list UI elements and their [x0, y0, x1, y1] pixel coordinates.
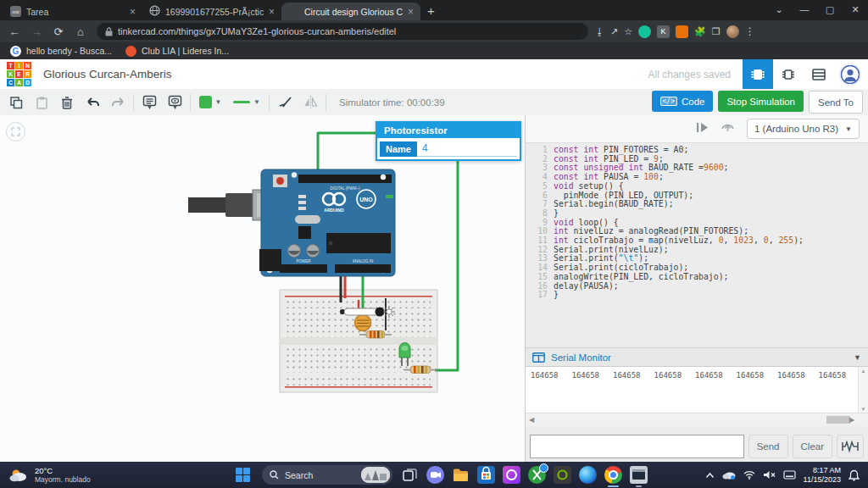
scroll-down-icon[interactable]: ▼ — [861, 407, 866, 412]
schematic-view-button[interactable] — [773, 59, 804, 89]
horizontal-scrollbar[interactable]: ◀ ▶ — [526, 413, 868, 426]
file-explorer-button[interactable] — [452, 466, 470, 484]
grammarly-extension-icon[interactable] — [638, 25, 651, 38]
debugger-icon[interactable] — [696, 121, 709, 136]
bookmark-label: hello bendy - Busca... — [26, 46, 112, 56]
vertical-scrollbar[interactable]: ▲ ▼ — [858, 367, 868, 413]
task-view-button[interactable] — [401, 466, 419, 484]
address-bar[interactable]: tinkercad.com/things/gx7UMaY3Ze1-gloriou… — [97, 23, 588, 40]
window-maximize-icon[interactable]: ▢ — [817, 0, 843, 20]
arduino-uno-board[interactable]: DIGITAL (PWM~) ARDUINO UNO — [188, 169, 395, 276]
tray-chevron-icon[interactable] — [705, 472, 715, 479]
delete-button[interactable] — [54, 92, 80, 114]
tab-close-icon[interactable]: × — [408, 7, 414, 17]
code-button[interactable]: </> Code — [652, 91, 714, 112]
toggle-notes-visibility-button[interactable] — [162, 92, 187, 114]
color-picker-dropdown[interactable]: ▼ — [193, 92, 227, 114]
send-button[interactable]: Send — [748, 435, 788, 458]
reload-icon[interactable]: ⟳ — [47, 25, 70, 38]
tab-circuit-design[interactable]: Circuit design Glorious Curcan- × — [281, 3, 420, 20]
notes-button[interactable] — [136, 92, 162, 114]
code-brackets-icon: </> — [660, 97, 677, 106]
weather-widget[interactable]: 20°C Mayorm. nublado — [8, 466, 136, 484]
wire-style-icon — [233, 101, 250, 103]
volume-muted-icon[interactable] — [763, 470, 776, 480]
bookmark-item[interactable]: G hello bendy - Busca... — [10, 46, 112, 57]
bookmark-label: Club LIA | Lideres In... — [142, 46, 229, 56]
scroll-up-icon[interactable]: ▲ — [861, 369, 866, 374]
forward-icon[interactable]: → — [25, 25, 47, 38]
browser-tabstrip: msi Tarea × 1699901677255-PrÃ¡ctica 10. … — [0, 0, 868, 20]
wire-style-dropdown[interactable]: ▼ — [227, 92, 266, 114]
back-icon[interactable]: ← — [3, 25, 25, 38]
design-title[interactable]: Glorious Curcan-Amberis — [43, 68, 172, 80]
extensions-puzzle-icon[interactable]: 🧩 — [694, 26, 706, 37]
window-minimize-icon[interactable]: — — [792, 0, 817, 20]
stop-simulation-button[interactable]: Stop Simulation — [718, 91, 804, 112]
scroll-left-icon[interactable]: ◀ — [526, 413, 537, 425]
window-close-icon[interactable]: ✕ — [843, 0, 868, 20]
wire-tool-button[interactable] — [272, 92, 298, 114]
edge-button[interactable] — [579, 466, 597, 484]
serial-monitor-output[interactable]: 1646581646581646581646581646581646581646… — [526, 366, 868, 413]
tinkercad-logo[interactable]: TIN KER CAD — [7, 62, 31, 86]
tab-practica[interactable]: 1699901677255-PrÃ¡ctica 10. Fot × — [142, 3, 281, 20]
name-input[interactable]: 4 — [417, 141, 517, 157]
undo-button[interactable] — [80, 92, 105, 114]
notifications-bell-icon[interactable] — [849, 469, 860, 481]
chat-button[interactable] — [426, 466, 444, 484]
send-to-button[interactable]: Send To — [809, 91, 863, 114]
collapse-caret-icon[interactable]: ▼ — [854, 353, 861, 362]
copy-button[interactable] — [3, 92, 29, 114]
share-icon[interactable]: ↗ — [610, 26, 618, 37]
tab-close-icon[interactable]: × — [269, 7, 275, 17]
upload-run-icon[interactable] — [721, 121, 735, 136]
clock[interactable]: 8:17 AM 11/15/2023 — [804, 466, 841, 485]
serial-monitor-header[interactable]: Serial Monitor ▼ — [526, 347, 868, 367]
chrome-menu-icon[interactable]: ⋮ — [745, 25, 755, 37]
side-panel-icon[interactable]: ❐ — [712, 26, 721, 37]
nvidia-button[interactable] — [554, 466, 571, 484]
serial-input[interactable] — [530, 435, 744, 458]
clear-button[interactable]: Clear — [793, 435, 832, 458]
code-editor[interactable]: 1const int PIN_FOTORES = A0;2const int P… — [526, 142, 868, 351]
circuit-drawing[interactable]: DIGITAL (PWM~) ARDUINO UNO — [0, 115, 525, 462]
chrome-button[interactable] — [604, 466, 622, 484]
brightness-slider[interactable] — [340, 308, 385, 317]
board-selector-value: 1 (Arduino Uno R3) — [754, 124, 838, 134]
onedrive-icon[interactable] — [722, 470, 736, 480]
zoom-to-fit-button[interactable] — [6, 122, 25, 141]
microsoft-store-button[interactable] — [477, 466, 495, 484]
taskbar-search[interactable]: Search — [262, 465, 392, 485]
start-button[interactable] — [236, 468, 250, 482]
tab-tarea[interactable]: msi Tarea × — [3, 3, 142, 20]
clipchamp-button[interactable] — [503, 466, 520, 484]
graph-toggle-button[interactable] — [837, 435, 864, 458]
orange-extension-icon[interactable] — [676, 25, 688, 38]
xbox-button[interactable] — [528, 466, 546, 484]
tab-close-icon[interactable]: × — [130, 7, 136, 17]
list-view-button[interactable] — [804, 59, 834, 89]
new-tab-button[interactable]: + — [427, 3, 435, 18]
profile-avatar[interactable] — [726, 25, 739, 38]
toolbar-actions: ⭳ ↗ ☆ K 🧩 ❐ ⋮ — [595, 25, 755, 38]
flip-button[interactable] — [298, 92, 323, 114]
k-extension-icon[interactable]: K — [657, 25, 670, 38]
board-selector-dropdown[interactable]: 1 (Arduino Uno R3) ▼ — [747, 119, 860, 139]
download-icon[interactable]: ⭳ — [595, 26, 604, 36]
window-menu-icon[interactable]: ⌄ — [766, 0, 792, 20]
home-icon[interactable]: ⌂ — [70, 25, 92, 38]
paste-button[interactable] — [29, 92, 54, 114]
user-avatar[interactable] — [839, 64, 861, 86]
redo-button[interactable] — [105, 92, 131, 114]
wifi-icon[interactable] — [743, 470, 755, 480]
photoresistor-inspector[interactable]: Photoresistor Name 4 — [376, 121, 521, 161]
breadboard-view-button[interactable] — [743, 59, 773, 89]
scroll-right-icon[interactable]: ▶ — [846, 413, 858, 425]
bookmark-star-icon[interactable]: ☆ — [624, 26, 632, 37]
bookmark-item[interactable]: Club LIA | Lideres In... — [125, 46, 229, 57]
circuit-canvas[interactable]: DIGITAL (PWM~) ARDUINO UNO — [0, 115, 525, 462]
language-input-icon[interactable] — [783, 470, 796, 480]
remote-window-button[interactable] — [630, 466, 648, 484]
tray-date: 11/15/2023 — [804, 475, 841, 485]
